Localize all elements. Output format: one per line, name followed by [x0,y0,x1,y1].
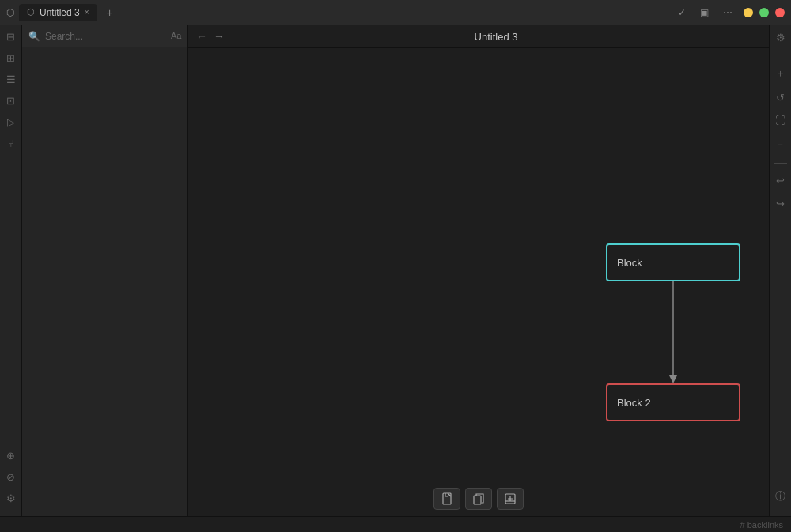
files-icon[interactable]: ⊟ [6,32,15,42]
sidebar-search-bar: 🔍 Aa ☰ [22,25,187,47]
tab-item[interactable]: ⬡ Untitled 3 × [19,4,97,21]
editor-nav: ← → Untitled 3 [188,25,769,48]
new-file-btn[interactable] [433,488,460,510]
title-bar-left: ⬡ ⬡ Untitled 3 × + [6,4,118,21]
tab-label: Untitled 3 [40,7,80,18]
settings-icon[interactable]: ⚙ [6,493,16,504]
rp-add-icon[interactable]: ＋ [775,66,785,81]
tab-icon: ⬡ [27,7,35,17]
sidebar: 🔍 Aa ☰ [22,25,188,516]
layout-icon[interactable]: ▣ [697,6,712,20]
sidebar-content [22,47,187,516]
window-controls [744,8,785,17]
rp-bottom: ⓘ [775,489,785,510]
title-bar: ⬡ ⬡ Untitled 3 × + ✓ ▣ ⋯ [0,0,791,25]
tags-icon[interactable]: ⊡ [6,96,15,106]
rp-fullscreen-icon[interactable]: ⛶ [775,115,785,126]
icon-bar-bottom: ⊕ ⊘ ⚙ [6,451,16,510]
rp-info-icon[interactable]: ⓘ [775,489,785,504]
warning-icon[interactable]: ⊘ [6,472,15,482]
title-bar-right: ✓ ▣ ⋯ [675,6,785,20]
rp-refresh-icon[interactable]: ↺ [776,92,785,104]
node-block2-label: Block 2 [617,397,651,409]
svg-marker-1 [669,375,677,383]
rp-divider [774,55,787,55]
main-content: ⊟ ⊞ ☰ ⊡ ▷ ⑂ ⊕ ⊘ ⚙ 🔍 Aa ☰ ← → Untitled 3 [0,25,791,516]
search-input[interactable] [45,31,164,42]
list-icon[interactable]: ☰ [6,74,16,85]
node-block2[interactable]: Block 2 [606,383,740,421]
rp-redo-icon[interactable]: ↪ [776,198,785,209]
editor-area: ← → Untitled 3 Block Block 2 [188,25,769,516]
search-icon: 🔍 [28,31,40,42]
copy-btn[interactable] [465,488,492,510]
rp-undo-icon[interactable]: ↩ [776,175,785,187]
app-icon: ⬡ [6,7,14,18]
add-icon[interactable]: ⊕ [6,451,15,461]
minimize-btn[interactable] [744,8,753,17]
close-btn[interactable] [775,8,785,17]
editor-title: Untitled 3 [231,31,761,43]
tab-add-btn[interactable]: + [102,5,118,21]
node-block1-label: Block [617,257,642,269]
export-btn[interactable] [497,488,524,510]
rp-minus-icon[interactable]: － [775,138,785,152]
maximize-btn[interactable] [759,8,769,17]
nav-back-btn[interactable]: ← [196,30,207,43]
more-options-btn[interactable]: ⋯ [720,6,736,20]
backlinks-btn[interactable]: # backlinks [740,520,783,530]
left-icon-bar: ⊟ ⊞ ☰ ⊡ ▷ ⑂ ⊕ ⊘ ⚙ [0,25,22,516]
font-btn[interactable]: Aa [168,30,184,42]
tab-close-btn[interactable]: × [85,8,89,17]
fork-icon[interactable]: ⑂ [8,138,14,149]
node-block1[interactable]: Block [606,243,740,281]
grid-icon[interactable]: ⊞ [6,53,15,63]
status-bar: # backlinks [0,516,791,532]
right-panel: ⚙ ＋ ↺ ⛶ － ↩ ↪ ⓘ [769,25,791,516]
rp-settings-icon[interactable]: ⚙ [776,32,785,43]
bottom-toolbar [188,481,769,516]
nav-forward-btn[interactable]: → [214,30,225,43]
rp-divider2 [774,163,787,164]
canvas[interactable]: Block Block 2 [188,48,769,481]
svg-rect-3 [474,496,481,504]
check-icon[interactable]: ✓ [675,6,689,20]
play-icon[interactable]: ▷ [7,117,15,127]
